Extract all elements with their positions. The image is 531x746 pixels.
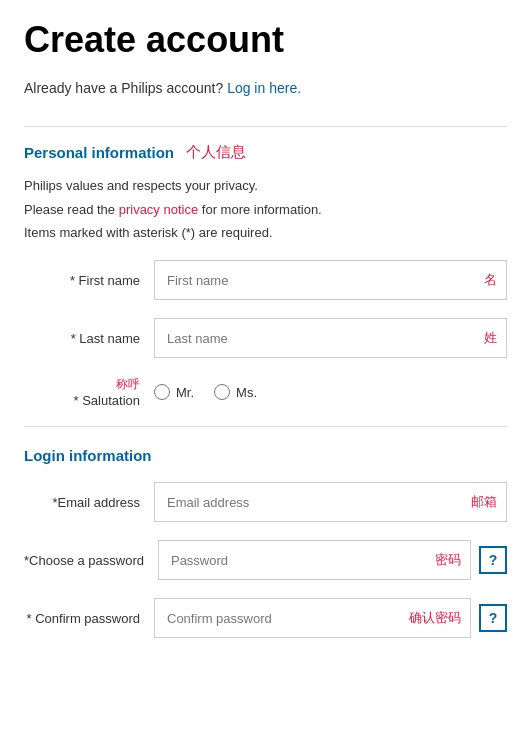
confirm-password-label: * Confirm password — [24, 611, 154, 626]
email-group: *Email address 邮箱 — [24, 482, 507, 522]
already-account-text: Already have a Philips account? Log in h… — [24, 80, 507, 96]
email-label: *Email address — [24, 495, 154, 510]
personal-info-section-header: Personal information 个人信息 — [24, 143, 507, 162]
first-name-group: * First name 名 — [24, 260, 507, 300]
confirm-password-group: * Confirm password 确认密码 ? — [24, 598, 507, 638]
salutation-ms-label[interactable]: Ms. — [214, 384, 257, 400]
salutation-mr-radio[interactable] — [154, 384, 170, 400]
personal-info-title-cn: 个人信息 — [186, 143, 246, 162]
password-input[interactable] — [158, 540, 471, 580]
salutation-label-cn: 称呼 — [24, 376, 140, 393]
salutation-radio-group: Mr. Ms. — [154, 384, 257, 400]
login-section-title: Login information — [24, 447, 151, 464]
privacy-notice-link[interactable]: privacy notice — [119, 202, 198, 217]
confirm-password-input-row: 确认密码 ? — [154, 598, 507, 638]
salutation-label-group: 称呼 * Salutation — [24, 376, 154, 408]
first-name-label: * First name — [24, 273, 154, 288]
privacy-text-line2: Please read the privacy notice for more … — [24, 200, 507, 221]
required-note: Items marked with asterisk (*) are requi… — [24, 225, 507, 240]
last-name-wrapper: 姓 — [154, 318, 507, 358]
password-input-row: 密码 ? — [158, 540, 507, 580]
last-name-input[interactable] — [154, 318, 507, 358]
salutation-mr-text: Mr. — [176, 385, 194, 400]
divider — [24, 126, 507, 127]
first-name-input[interactable] — [154, 260, 507, 300]
email-input[interactable] — [154, 482, 507, 522]
email-wrapper: 邮箱 — [154, 482, 507, 522]
login-link[interactable]: Log in here. — [227, 80, 301, 96]
page-title: Create account — [24, 20, 507, 60]
password-wrapper: 密码 — [158, 540, 471, 580]
login-section: Login information *Email address 邮箱 *Cho… — [24, 447, 507, 638]
salutation-label-en: * Salutation — [24, 393, 140, 408]
confirm-password-input[interactable] — [154, 598, 471, 638]
first-name-wrapper: 名 — [154, 260, 507, 300]
password-label: *Choose a password — [24, 553, 158, 568]
last-name-label: * Last name — [24, 331, 154, 346]
password-help-button[interactable]: ? — [479, 546, 507, 574]
confirm-password-wrapper: 确认密码 — [154, 598, 471, 638]
divider-2 — [24, 426, 507, 427]
salutation-ms-text: Ms. — [236, 385, 257, 400]
login-section-header: Login information — [24, 447, 507, 464]
salutation-ms-radio[interactable] — [214, 384, 230, 400]
confirm-password-help-button[interactable]: ? — [479, 604, 507, 632]
personal-info-title-en: Personal information — [24, 144, 174, 161]
password-group: *Choose a password 密码 ? — [24, 540, 507, 580]
salutation-mr-label[interactable]: Mr. — [154, 384, 194, 400]
privacy-text-line1: Philips values and respects your privacy… — [24, 176, 507, 197]
salutation-group: 称呼 * Salutation Mr. Ms. — [24, 376, 507, 408]
last-name-group: * Last name 姓 — [24, 318, 507, 358]
